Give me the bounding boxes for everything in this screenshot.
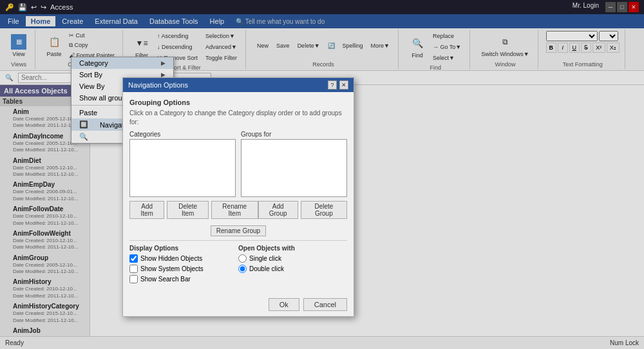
double-click-label[interactable]: Double click bbox=[238, 265, 347, 273]
dialog-help-button[interactable]: ? bbox=[328, 80, 337, 90]
display-options-title: Display Options bbox=[129, 245, 238, 252]
single-click-label[interactable]: Single click bbox=[238, 254, 347, 263]
dialog-options-row: Display Options Show Hidden Objects Show… bbox=[129, 245, 347, 285]
cancel-button[interactable]: Cancel bbox=[303, 298, 347, 311]
rename-item-button[interactable]: Rename Item bbox=[211, 201, 258, 219]
open-objects-title: Open Objects with bbox=[238, 245, 347, 252]
show-search-bar-label[interactable]: Show Search Bar bbox=[129, 275, 238, 283]
dialog-title: Navigation Options bbox=[128, 81, 188, 89]
double-click-radio[interactable] bbox=[238, 265, 247, 273]
dialog-grouping-label: Grouping Options bbox=[129, 99, 347, 106]
groups-action-buttons: Add Group Delete Group bbox=[258, 201, 347, 219]
categories-col: Categories bbox=[129, 131, 236, 197]
rename-group-button[interactable]: Rename Group bbox=[211, 225, 266, 236]
dialog-overlay: Navigation Options ? ✕ Grouping Options … bbox=[0, 0, 644, 349]
open-objects-col: Open Objects with Single click Double cl… bbox=[238, 245, 347, 285]
dialog-title-controls: ? ✕ bbox=[328, 80, 348, 90]
delete-group-button[interactable]: Delete Group bbox=[301, 201, 347, 219]
show-hidden-objects-label[interactable]: Show Hidden Objects bbox=[129, 254, 238, 263]
dialog-body: Grouping Options Click on a Category to … bbox=[123, 92, 354, 296]
add-item-button[interactable]: Add Item bbox=[129, 201, 164, 219]
show-hidden-objects-checkbox[interactable] bbox=[129, 254, 138, 263]
categories-action-buttons: Add Item Delete Item Rename Item bbox=[129, 201, 258, 219]
dialog-columns: Categories Groups for bbox=[129, 131, 347, 197]
navigation-options-dialog: Navigation Options ? ✕ Grouping Options … bbox=[122, 77, 354, 317]
ok-button[interactable]: Ok bbox=[269, 298, 299, 311]
delete-item-button[interactable]: Delete Item bbox=[167, 201, 209, 219]
groups-col: Groups for bbox=[241, 131, 347, 197]
show-system-objects-label[interactable]: Show System Objects bbox=[129, 265, 238, 273]
dialog-title-bar: Navigation Options ? ✕ bbox=[123, 78, 354, 92]
dialog-separator bbox=[129, 240, 347, 241]
dialog-close-button[interactable]: ✕ bbox=[339, 80, 348, 90]
show-search-bar-checkbox[interactable] bbox=[129, 275, 138, 283]
display-options-col: Display Options Show Hidden Objects Show… bbox=[129, 245, 238, 285]
show-system-objects-checkbox[interactable] bbox=[129, 265, 138, 273]
categories-label: Categories bbox=[129, 131, 236, 138]
dialog-description: Click on a Category to change the Catego… bbox=[129, 109, 347, 127]
single-click-radio[interactable] bbox=[238, 254, 247, 263]
dialog-action-rows: Add Item Delete Item Rename Item Add Gro… bbox=[129, 201, 347, 223]
groups-label: Groups for bbox=[241, 131, 347, 138]
dialog-bottom-buttons: Ok Cancel bbox=[123, 296, 354, 316]
categories-listbox[interactable] bbox=[129, 139, 236, 197]
rename-group-row: Rename Group bbox=[129, 225, 347, 236]
groups-listbox[interactable] bbox=[241, 139, 347, 197]
add-group-button[interactable]: Add Group bbox=[258, 201, 298, 219]
